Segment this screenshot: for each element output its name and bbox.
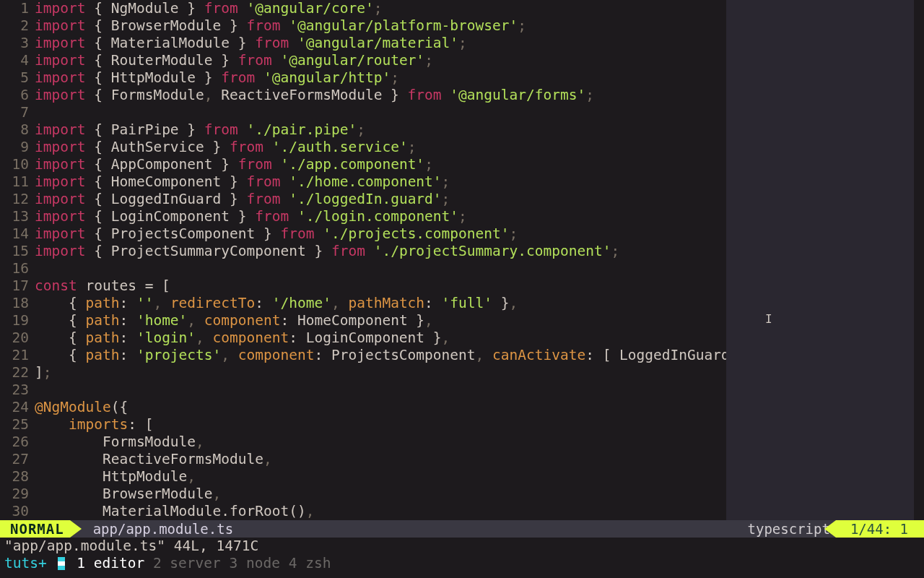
line-number: 28: [0, 468, 35, 486]
cursor-position: 1/44: 1: [836, 520, 924, 538]
vim-mode: NORMAL: [0, 520, 70, 538]
mouse-text-cursor-icon: 𝙸: [765, 311, 772, 328]
tmux-session-name[interactable]: tuts+: [4, 555, 47, 572]
buffer-filename: app/app.module.ts: [70, 520, 233, 538]
tmux-window[interactable]: 2 server: [153, 555, 221, 571]
line-number: 20: [0, 329, 35, 347]
line-number: 23: [0, 381, 35, 399]
line-number: 16: [0, 260, 35, 277]
line-number: 4: [0, 52, 35, 69]
tmux-window[interactable]: 4 zsh: [289, 555, 331, 571]
line-number: 22: [0, 364, 35, 381]
line-number: 30: [0, 503, 35, 520]
line-number: 14: [0, 225, 35, 243]
tmux-window[interactable]: 3 node: [230, 555, 280, 571]
tmux-status-bar[interactable]: tuts+ 1 editor 2 server 3 node 4 zsh: [0, 555, 924, 572]
filetype-indicator: typescript: [748, 520, 836, 538]
line-number: 12: [0, 191, 35, 208]
line-number: 26: [0, 434, 35, 451]
line-number: 5: [0, 69, 35, 87]
line-number: 9: [0, 139, 35, 156]
line-number: 21: [0, 347, 35, 364]
line-number: 8: [0, 121, 35, 139]
line-number: 24: [0, 399, 35, 416]
line-number: 25: [0, 416, 35, 434]
line-number: 15: [0, 243, 35, 260]
line-number: 13: [0, 208, 35, 225]
editor-pane[interactable]: 1import { NgModule } from '@angular/core…: [0, 0, 924, 520]
line-number: 11: [0, 173, 35, 191]
line-number: 2: [0, 17, 35, 35]
tmux-window[interactable]: 1 editor: [77, 555, 144, 571]
line-number: 29: [0, 486, 35, 503]
line-number: 3: [0, 35, 35, 52]
line-number: 6: [0, 87, 35, 104]
command-message-line[interactable]: "app/app.module.ts" 44L, 1471C: [0, 538, 924, 555]
line-number: 27: [0, 451, 35, 468]
line-number: 1: [0, 0, 35, 17]
minimap[interactable]: [726, 0, 914, 520]
divider-icon: [58, 557, 65, 570]
line-number: 18: [0, 295, 35, 312]
line-number: 7: [0, 104, 35, 121]
line-number: 17: [0, 277, 35, 295]
status-line: NORMAL app/app.module.ts typescript 1/44…: [0, 520, 924, 538]
line-number: 10: [0, 156, 35, 173]
line-number: 19: [0, 312, 35, 329]
